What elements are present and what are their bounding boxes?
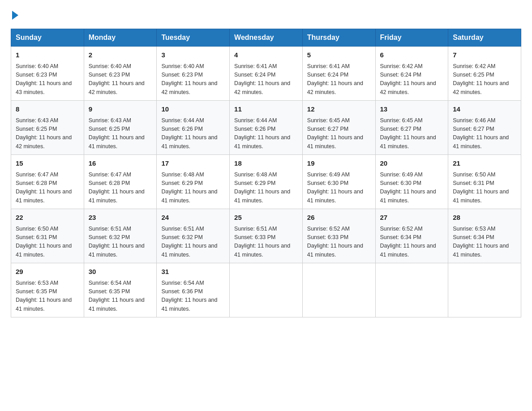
day-info: Sunrise: 6:48 AMSunset: 6:29 PMDaylight:…	[234, 171, 298, 206]
day-number: 10	[161, 104, 225, 115]
calendar-cell: 17Sunrise: 6:48 AMSunset: 6:29 PMDayligh…	[157, 155, 230, 209]
day-number: 1	[16, 50, 79, 60]
header-cell-saturday: Saturday	[448, 29, 521, 47]
day-info: Sunrise: 6:49 AMSunset: 6:30 PMDaylight:…	[380, 171, 444, 206]
calendar-cell	[448, 263, 521, 317]
calendar-cell: 11Sunrise: 6:44 AMSunset: 6:26 PMDayligh…	[230, 101, 303, 155]
calendar-cell: 9Sunrise: 6:43 AMSunset: 6:25 PMDaylight…	[84, 101, 157, 155]
day-number: 8	[16, 104, 79, 115]
day-info: Sunrise: 6:42 AMSunset: 6:24 PMDaylight:…	[380, 62, 444, 97]
calendar-cell: 20Sunrise: 6:49 AMSunset: 6:30 PMDayligh…	[375, 155, 448, 209]
calendar-cell: 25Sunrise: 6:51 AMSunset: 6:33 PMDayligh…	[230, 209, 303, 263]
day-info: Sunrise: 6:48 AMSunset: 6:29 PMDaylight:…	[161, 171, 225, 206]
day-info: Sunrise: 6:50 AMSunset: 6:31 PMDaylight:…	[453, 171, 516, 206]
day-info: Sunrise: 6:51 AMSunset: 6:33 PMDaylight:…	[234, 225, 298, 260]
day-number: 18	[234, 158, 298, 169]
day-number: 5	[307, 50, 371, 60]
day-info: Sunrise: 6:51 AMSunset: 6:32 PMDaylight:…	[89, 225, 152, 260]
day-info: Sunrise: 6:54 AMSunset: 6:36 PMDaylight:…	[161, 279, 225, 314]
day-info: Sunrise: 6:53 AMSunset: 6:34 PMDaylight:…	[453, 225, 516, 260]
day-number: 29	[16, 267, 79, 277]
calendar-cell	[375, 263, 448, 317]
header-cell-thursday: Thursday	[302, 29, 375, 47]
logo-arrow-icon	[12, 11, 18, 20]
day-info: Sunrise: 6:40 AMSunset: 6:23 PMDaylight:…	[89, 62, 152, 97]
day-number: 22	[16, 213, 79, 223]
day-info: Sunrise: 6:43 AMSunset: 6:25 PMDaylight:…	[89, 116, 152, 151]
calendar-cell: 7Sunrise: 6:42 AMSunset: 6:25 PMDaylight…	[448, 47, 521, 101]
day-number: 31	[161, 267, 225, 277]
calendar-week-row: 1Sunrise: 6:40 AMSunset: 6:23 PMDaylight…	[11, 47, 521, 101]
calendar-cell: 10Sunrise: 6:44 AMSunset: 6:26 PMDayligh…	[157, 101, 230, 155]
day-number: 28	[453, 213, 516, 223]
day-info: Sunrise: 6:47 AMSunset: 6:28 PMDaylight:…	[16, 171, 79, 206]
calendar-cell: 8Sunrise: 6:43 AMSunset: 6:25 PMDaylight…	[11, 101, 84, 155]
calendar-cell: 28Sunrise: 6:53 AMSunset: 6:34 PMDayligh…	[448, 209, 521, 263]
day-number: 21	[453, 158, 516, 169]
calendar-cell: 24Sunrise: 6:51 AMSunset: 6:32 PMDayligh…	[157, 209, 230, 263]
day-number: 13	[380, 104, 444, 115]
day-info: Sunrise: 6:43 AMSunset: 6:25 PMDaylight:…	[16, 116, 79, 151]
day-number: 11	[234, 104, 298, 115]
calendar-cell: 31Sunrise: 6:54 AMSunset: 6:36 PMDayligh…	[157, 263, 230, 317]
day-number: 24	[161, 213, 225, 223]
day-number: 20	[380, 158, 444, 169]
day-number: 12	[307, 104, 371, 115]
day-number: 26	[307, 213, 371, 223]
day-info: Sunrise: 6:49 AMSunset: 6:30 PMDaylight:…	[307, 171, 371, 206]
header-cell-monday: Monday	[84, 29, 157, 47]
calendar-table: SundayMondayTuesdayWednesdayThursdayFrid…	[11, 29, 521, 317]
header-cell-wednesday: Wednesday	[230, 29, 303, 47]
calendar-header: SundayMondayTuesdayWednesdayThursdayFrid…	[11, 29, 521, 47]
calendar-cell: 27Sunrise: 6:52 AMSunset: 6:34 PMDayligh…	[375, 209, 448, 263]
calendar-cell: 3Sunrise: 6:40 AMSunset: 6:23 PMDaylight…	[157, 47, 230, 101]
page-header	[11, 11, 521, 20]
day-info: Sunrise: 6:40 AMSunset: 6:23 PMDaylight:…	[16, 62, 79, 97]
day-number: 7	[453, 50, 516, 60]
day-info: Sunrise: 6:52 AMSunset: 6:34 PMDaylight:…	[380, 225, 444, 260]
day-number: 25	[234, 213, 298, 223]
day-info: Sunrise: 6:47 AMSunset: 6:28 PMDaylight:…	[89, 171, 152, 206]
day-info: Sunrise: 6:44 AMSunset: 6:26 PMDaylight:…	[234, 116, 298, 151]
calendar-cell: 18Sunrise: 6:48 AMSunset: 6:29 PMDayligh…	[230, 155, 303, 209]
header-cell-friday: Friday	[375, 29, 448, 47]
day-info: Sunrise: 6:46 AMSunset: 6:27 PMDaylight:…	[453, 116, 516, 151]
calendar-cell: 1Sunrise: 6:40 AMSunset: 6:23 PMDaylight…	[11, 47, 84, 101]
day-number: 27	[380, 213, 444, 223]
calendar-cell: 6Sunrise: 6:42 AMSunset: 6:24 PMDaylight…	[375, 47, 448, 101]
calendar-cell: 22Sunrise: 6:50 AMSunset: 6:31 PMDayligh…	[11, 209, 84, 263]
header-row: SundayMondayTuesdayWednesdayThursdayFrid…	[11, 29, 521, 47]
day-number: 16	[89, 158, 152, 169]
header-cell-sunday: Sunday	[11, 29, 84, 47]
calendar-cell: 19Sunrise: 6:49 AMSunset: 6:30 PMDayligh…	[302, 155, 375, 209]
calendar-cell: 12Sunrise: 6:45 AMSunset: 6:27 PMDayligh…	[302, 101, 375, 155]
day-info: Sunrise: 6:53 AMSunset: 6:35 PMDaylight:…	[16, 279, 79, 314]
day-number: 15	[16, 158, 79, 169]
calendar-week-row: 29Sunrise: 6:53 AMSunset: 6:35 PMDayligh…	[11, 263, 521, 317]
calendar-cell: 5Sunrise: 6:41 AMSunset: 6:24 PMDaylight…	[302, 47, 375, 101]
calendar-cell: 16Sunrise: 6:47 AMSunset: 6:28 PMDayligh…	[84, 155, 157, 209]
header-cell-tuesday: Tuesday	[157, 29, 230, 47]
calendar-cell: 29Sunrise: 6:53 AMSunset: 6:35 PMDayligh…	[11, 263, 84, 317]
day-number: 23	[89, 213, 152, 223]
calendar-body: 1Sunrise: 6:40 AMSunset: 6:23 PMDaylight…	[11, 47, 521, 317]
day-number: 17	[161, 158, 225, 169]
calendar-cell	[302, 263, 375, 317]
calendar-cell: 14Sunrise: 6:46 AMSunset: 6:27 PMDayligh…	[448, 101, 521, 155]
day-info: Sunrise: 6:45 AMSunset: 6:27 PMDaylight:…	[307, 116, 371, 151]
day-number: 6	[380, 50, 444, 60]
day-info: Sunrise: 6:44 AMSunset: 6:26 PMDaylight:…	[161, 116, 225, 151]
day-info: Sunrise: 6:51 AMSunset: 6:32 PMDaylight:…	[161, 225, 225, 260]
calendar-cell: 23Sunrise: 6:51 AMSunset: 6:32 PMDayligh…	[84, 209, 157, 263]
calendar-week-row: 15Sunrise: 6:47 AMSunset: 6:28 PMDayligh…	[11, 155, 521, 209]
calendar-cell: 30Sunrise: 6:54 AMSunset: 6:35 PMDayligh…	[84, 263, 157, 317]
day-info: Sunrise: 6:45 AMSunset: 6:27 PMDaylight:…	[380, 116, 444, 151]
calendar-cell: 21Sunrise: 6:50 AMSunset: 6:31 PMDayligh…	[448, 155, 521, 209]
day-info: Sunrise: 6:42 AMSunset: 6:25 PMDaylight:…	[453, 62, 516, 97]
day-info: Sunrise: 6:52 AMSunset: 6:33 PMDaylight:…	[307, 225, 371, 260]
calendar-week-row: 8Sunrise: 6:43 AMSunset: 6:25 PMDaylight…	[11, 101, 521, 155]
day-info: Sunrise: 6:41 AMSunset: 6:24 PMDaylight:…	[307, 62, 371, 97]
calendar-cell	[230, 263, 303, 317]
calendar-cell: 13Sunrise: 6:45 AMSunset: 6:27 PMDayligh…	[375, 101, 448, 155]
day-number: 2	[89, 50, 152, 60]
